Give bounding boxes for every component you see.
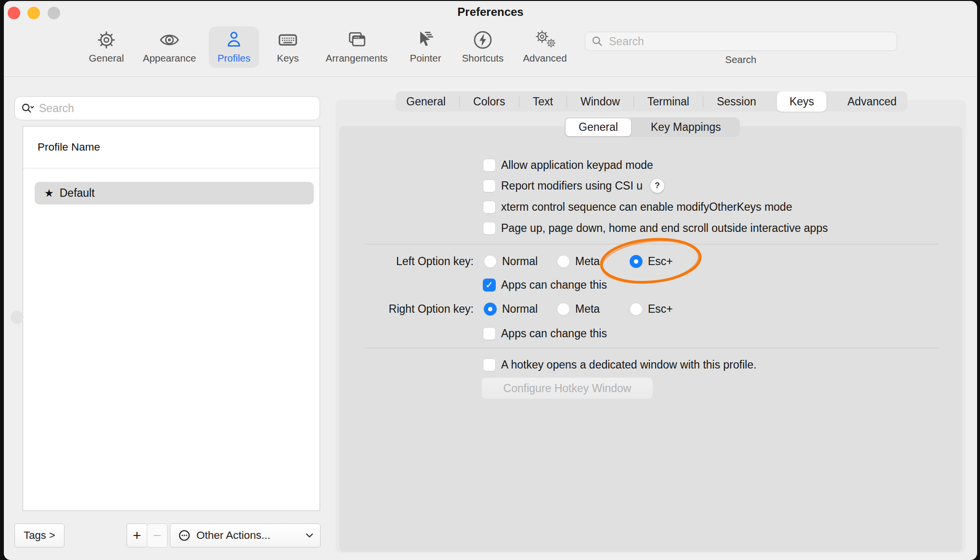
radio-circle[interactable]	[484, 255, 497, 268]
subtab-key-mappings[interactable]: Key Mappings	[632, 121, 740, 134]
chevron-down-icon	[306, 533, 313, 538]
divider	[364, 244, 939, 244]
window-title: Preferences	[4, 5, 977, 19]
radio-left-normal[interactable]: Normal	[484, 253, 538, 269]
hotkey-window-checkbox[interactable]	[483, 358, 496, 371]
radio-label[interactable]: Esc+	[648, 303, 673, 316]
checkbox-label[interactable]: Allow application keypad mode	[501, 159, 653, 172]
checkbox-row[interactable]: A hotkey opens a dedicated window with t…	[483, 356, 757, 373]
right-option-key-label: Right Option key:	[339, 301, 474, 317]
radio-left-meta[interactable]: Meta	[557, 253, 600, 269]
page-scroll-checkbox[interactable]	[483, 222, 496, 235]
radio-label[interactable]: Meta	[575, 255, 600, 268]
toolbar-item-arrangements[interactable]: Arrangements	[318, 28, 395, 64]
radio-circle-selected[interactable]	[484, 303, 497, 316]
radio-circle[interactable]	[630, 303, 643, 316]
list-header-divider	[23, 168, 320, 168]
default-star-icon: ★	[44, 187, 54, 200]
tab-advanced[interactable]: Advanced	[841, 95, 903, 108]
search-icon	[591, 35, 604, 48]
toolbar-item-label: Arrangements	[318, 52, 395, 64]
left-apps-change-checkbox[interactable]: ✓	[483, 279, 496, 292]
other-actions-dropdown[interactable]: Other Actions...	[170, 523, 321, 547]
checkbox-label[interactable]: Apps can change this	[501, 327, 607, 340]
profile-search-field[interactable]	[14, 96, 320, 120]
checkbox-row[interactable]: Page up, page down, home and end scroll …	[483, 220, 828, 236]
keyboard-icon	[249, 28, 326, 52]
profile-list: Profile Name ★ Default	[23, 126, 320, 511]
double-gear-icon	[506, 28, 583, 52]
radio-circle[interactable]	[557, 303, 570, 316]
checkbox-row[interactable]: Apps can change this	[483, 325, 607, 342]
toolbar-item-label: Advanced	[506, 52, 583, 64]
modify-other-keys-checkbox[interactable]	[483, 201, 496, 214]
search-menu-icon	[21, 101, 35, 115]
splitter-dot[interactable]	[11, 311, 24, 324]
profile-row-default[interactable]: ★ Default	[35, 182, 314, 204]
tab-keys[interactable]: Keys	[777, 91, 826, 112]
toolbar-search-field[interactable]	[585, 32, 897, 51]
toolbar-item-keys[interactable]: Keys	[249, 28, 326, 64]
profile-list-header: Profile Name	[23, 127, 320, 168]
checkbox-label[interactable]: Apps can change this	[501, 279, 607, 292]
subtab-general[interactable]: General	[566, 118, 631, 136]
checkbox-label[interactable]: Report modifiers using CSI u	[501, 179, 643, 192]
profile-name: Default	[60, 187, 95, 200]
radio-right-normal[interactable]: Normal	[484, 301, 538, 317]
other-actions-label: Other Actions...	[196, 529, 271, 542]
csi-u-checkbox[interactable]	[483, 179, 496, 192]
radio-left-esc[interactable]: Esc+	[630, 253, 673, 269]
add-profile-button[interactable]: +	[127, 523, 147, 547]
radio-label[interactable]: Normal	[502, 255, 538, 268]
profile-tabbar: General Colors Text Window Terminal Sess…	[396, 91, 907, 112]
radio-label[interactable]: Meta	[575, 303, 600, 316]
toolbar-search-caption: Search	[693, 54, 789, 65]
tab-text[interactable]: Text	[526, 95, 560, 108]
tags-button[interactable]: Tags >	[14, 523, 64, 547]
tab-session[interactable]: Session	[710, 95, 763, 108]
help-button[interactable]: ?	[650, 179, 664, 193]
radio-right-esc[interactable]: Esc+	[630, 301, 673, 317]
tab-general[interactable]: General	[400, 95, 452, 108]
checkbox-label[interactable]: Page up, page down, home and end scroll …	[501, 222, 828, 235]
right-apps-change-checkbox[interactable]	[483, 327, 496, 340]
keys-subtab-control: General Key Mappings	[565, 117, 740, 137]
tab-terminal[interactable]: Terminal	[641, 95, 696, 108]
divider	[364, 348, 939, 348]
radio-label[interactable]: Normal	[502, 303, 538, 316]
tab-window[interactable]: Window	[574, 95, 627, 108]
remove-profile-button[interactable]: −	[147, 523, 168, 547]
radio-circle-selected[interactable]	[630, 255, 643, 268]
windows-icon	[318, 28, 395, 52]
radio-label[interactable]: Esc+	[648, 255, 673, 268]
checkbox-label[interactable]: A hotkey opens a dedicated window with t…	[501, 358, 757, 371]
keys-general-pane: Allow application keypad mode Report mod…	[339, 126, 962, 552]
checkbox-label[interactable]: xterm control sequence can enable modify…	[501, 201, 792, 214]
allow-keypad-checkbox[interactable]	[483, 159, 496, 172]
profile-search-input[interactable]	[39, 102, 314, 115]
ellipsis-circle-icon	[177, 528, 192, 543]
radio-right-meta[interactable]: Meta	[557, 301, 600, 317]
left-option-key-label: Left Option key:	[339, 253, 474, 269]
toolbar-separator	[4, 76, 977, 77]
toolbar-item-advanced[interactable]: Advanced	[506, 28, 583, 64]
checkbox-row[interactable]: xterm control sequence can enable modify…	[483, 199, 792, 215]
radio-circle[interactable]	[557, 255, 570, 268]
configure-hotkey-window-button[interactable]: Configure Hotkey Window	[481, 377, 653, 399]
checkbox-row[interactable]: ✓ Apps can change this	[483, 277, 607, 293]
tab-colors[interactable]: Colors	[466, 95, 512, 108]
checkbox-row[interactable]: Report modifiers using CSI u ?	[483, 178, 664, 194]
toolbar-search-input[interactable]	[609, 35, 891, 48]
toolbar-item-label: Keys	[249, 52, 326, 64]
preferences-window: Preferences General Appearance	[4, 1, 977, 560]
checkbox-row[interactable]: Allow application keypad mode	[483, 157, 653, 173]
